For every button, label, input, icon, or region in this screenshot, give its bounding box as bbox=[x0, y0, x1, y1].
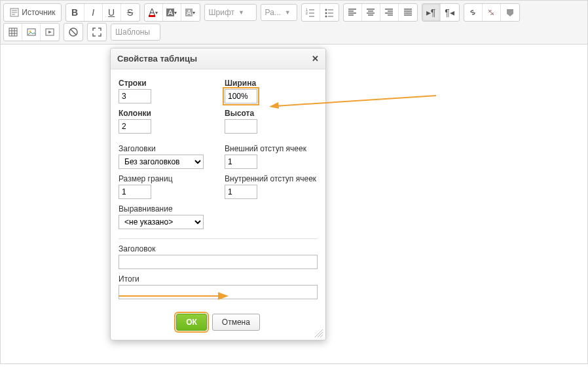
border-label: Размер границ bbox=[119, 174, 211, 183]
ok-button[interactable]: ОК bbox=[176, 314, 207, 331]
templates-combo[interactable]: Шаблоны bbox=[111, 24, 160, 41]
svg-rect-6 bbox=[507, 9, 513, 14]
text-color-button[interactable]: A▾ bbox=[145, 4, 163, 21]
svg-text:2: 2 bbox=[306, 11, 308, 15]
headers-select[interactable]: Без заголовков bbox=[119, 155, 204, 169]
dialog-titlebar[interactable]: Свойства таблицы ✕ bbox=[111, 48, 325, 69]
ltr-button[interactable]: ▸¶ bbox=[422, 4, 441, 21]
rows-label: Строки bbox=[119, 79, 211, 88]
cellpadding-label: Внутренний отступ ячеек bbox=[225, 174, 318, 183]
italic-button[interactable]: I bbox=[84, 4, 103, 21]
align-justify-button[interactable] bbox=[399, 4, 417, 21]
table-properties-dialog: Свойства таблицы ✕ Строки Колонки Заголо… bbox=[110, 48, 326, 341]
dialog-title-text: Свойства таблицы bbox=[117, 54, 197, 64]
cols-input[interactable] bbox=[119, 119, 151, 134]
svg-rect-7 bbox=[9, 28, 17, 36]
bold-button[interactable]: B bbox=[66, 4, 84, 21]
editor-toolbar: Источник B I U S A▾ A▾ A▾ Шрифт▼ Ра...▼ … bbox=[0, 0, 588, 45]
source-label: Источник bbox=[22, 8, 55, 17]
cellpadding-input[interactable] bbox=[225, 185, 257, 199]
resize-grip-icon[interactable] bbox=[315, 329, 323, 337]
strike-button[interactable]: S bbox=[121, 4, 139, 21]
summary-label: Итоги bbox=[119, 274, 318, 284]
svg-point-4 bbox=[325, 12, 327, 14]
cellspacing-label: Внешний отступ ячеек bbox=[225, 144, 318, 153]
special-char-button[interactable] bbox=[64, 24, 83, 41]
size-combo[interactable]: Ра...▼ bbox=[261, 4, 297, 21]
caption-label: Заголовок bbox=[119, 244, 318, 253]
caption-input[interactable] bbox=[119, 255, 318, 269]
align-select[interactable]: <не указано> bbox=[119, 215, 204, 229]
media-button[interactable] bbox=[41, 24, 59, 41]
height-label: Высота bbox=[225, 109, 318, 118]
headers-label: Заголовки bbox=[119, 144, 211, 153]
bulleted-list-button[interactable] bbox=[320, 4, 339, 21]
svg-point-3 bbox=[325, 9, 327, 11]
font-combo-label: Шрифт bbox=[209, 8, 234, 17]
align-right-button[interactable] bbox=[380, 4, 399, 21]
width-label: Ширина bbox=[225, 79, 318, 88]
table-button[interactable] bbox=[4, 24, 22, 41]
maximize-button[interactable] bbox=[88, 24, 106, 41]
svg-point-5 bbox=[325, 16, 327, 18]
image-button[interactable] bbox=[22, 24, 41, 41]
unlink-button[interactable] bbox=[483, 4, 501, 21]
align-left-button[interactable] bbox=[344, 4, 362, 21]
templates-label: Шаблоны bbox=[115, 28, 150, 37]
cellspacing-input[interactable] bbox=[225, 155, 257, 169]
font-combo[interactable]: Шрифт▼ bbox=[204, 4, 257, 21]
numbered-list-button[interactable]: 12 bbox=[302, 4, 320, 21]
height-input[interactable] bbox=[225, 119, 257, 134]
cancel-button[interactable]: Отмена bbox=[212, 314, 260, 331]
link-button[interactable] bbox=[464, 4, 483, 21]
source-button[interactable]: Источник bbox=[4, 4, 61, 21]
editor-area[interactable]: Свойства таблицы ✕ Строки Колонки Заголо… bbox=[0, 45, 588, 364]
align-label: Выравнивание bbox=[119, 204, 211, 213]
size-combo-label: Ра... bbox=[265, 8, 281, 17]
underline-button[interactable]: U bbox=[103, 4, 121, 21]
width-input[interactable] bbox=[225, 89, 257, 103]
rtl-button[interactable]: ¶◂ bbox=[441, 4, 459, 21]
align-center-button[interactable] bbox=[362, 4, 380, 21]
summary-input[interactable] bbox=[119, 285, 318, 299]
close-icon[interactable]: ✕ bbox=[312, 54, 319, 64]
rows-input[interactable] bbox=[119, 89, 151, 103]
bg-color-button[interactable]: A▾ bbox=[163, 4, 181, 21]
anchor-button[interactable] bbox=[501, 4, 519, 21]
border-input[interactable] bbox=[119, 185, 151, 199]
remove-format-button[interactable]: A▾ bbox=[181, 4, 200, 21]
cols-label: Колонки bbox=[119, 109, 211, 118]
